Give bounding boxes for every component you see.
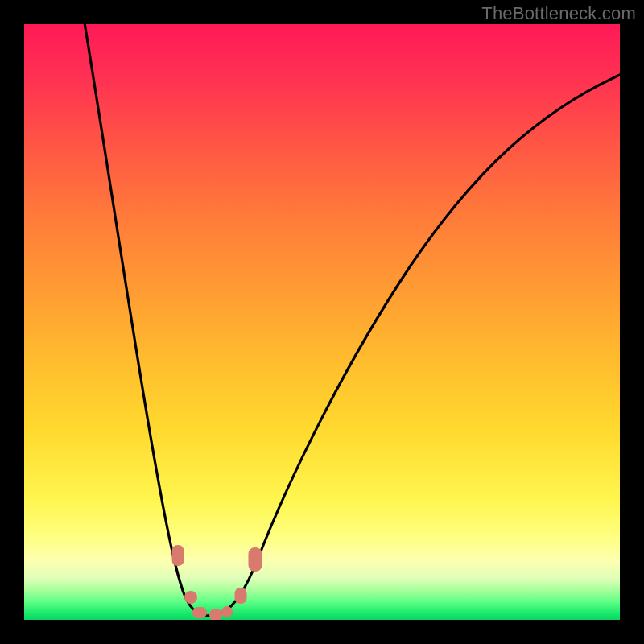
marker-right-lower (235, 588, 247, 604)
watermark-text: TheBottleneck.com (481, 3, 636, 24)
marker-bottom-3 (221, 606, 233, 617)
plot-frame (24, 24, 620, 620)
marker-left-upper (172, 545, 184, 566)
marker-left-dot (184, 591, 197, 604)
marker-bottom-2 (209, 609, 222, 620)
marker-bottom-1 (192, 607, 207, 618)
bottleneck-curve (82, 24, 620, 616)
chart-svg (24, 24, 620, 620)
marker-right-upper (249, 547, 262, 572)
